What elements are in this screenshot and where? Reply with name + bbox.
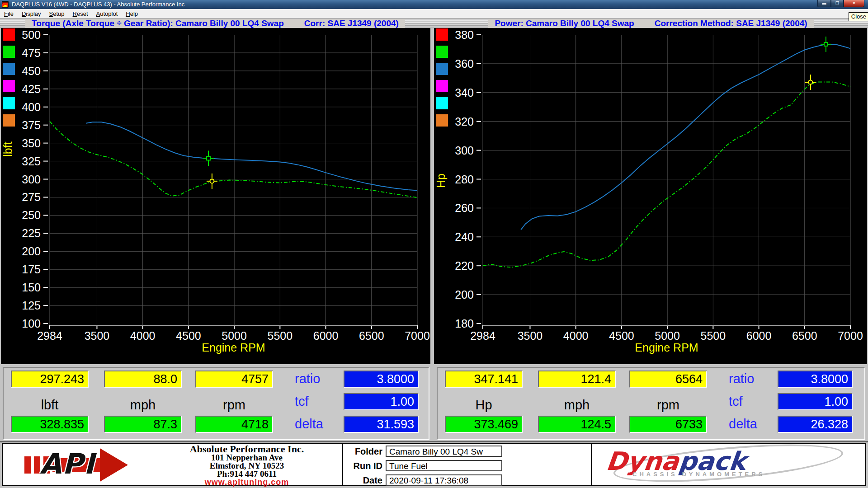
menu-setup[interactable]: Setup [45,10,69,17]
legend-swatch-4[interactable] [3,97,15,109]
window-controls: ▬ ❐ ✕ [817,0,864,7]
x-tick-label: 6000 [313,329,339,342]
legend-swatch-1[interactable] [436,46,448,58]
runid-label: Run ID [344,461,382,471]
menu-reset[interactable]: Reset [69,10,92,17]
y-tick-label: 200 [455,288,474,301]
power-unit-rpm: rpm [629,398,707,413]
y-tick-label: 340 [455,86,474,99]
legend-swatch-5[interactable] [436,114,448,127]
y-tick-label: 100 [22,317,41,330]
legend-swatch-4[interactable] [436,97,448,109]
y-tick-label: 300 [22,173,41,186]
y-tick-label: 250 [22,209,41,221]
menu-help[interactable]: Help [122,10,142,17]
dynapack-subtitle: CHASSIS DYNAMOMETERS [632,471,765,478]
x-tick-label: 7000 [838,329,863,342]
date-field[interactable]: 2020-09-11 17:36:08 [386,474,502,486]
x-tick-label: 7000 [405,329,430,342]
power-ratio-value: 3.8000 [778,371,853,388]
menu-file[interactable]: File [0,10,18,17]
y-tick-label: 275 [22,191,41,203]
title-bar: DAQPLUS V16 (4WD - DAQPLUS 43) - Absolut… [0,0,868,9]
company-name: Absolute Performance Inc. [152,444,342,454]
runid-field[interactable]: Tune Fuel [386,460,502,471]
torque-peak-rpm: 4718 [195,416,273,433]
y-tick-label: 360 [455,57,474,70]
power-chart[interactable]: 2984350040004500500055006000650070003803… [434,28,867,364]
cursor-marker-square[interactable] [203,150,214,166]
legend-swatch-5[interactable] [3,114,15,127]
power-cursor-mph: 121.4 [538,371,616,388]
torque-chart[interactable]: 2984350040004500500055006000650070005004… [1,28,430,364]
footer-band: API Absolute Performance Inc. 101 Nepper… [2,443,866,486]
y-tick-label: 260 [455,202,474,214]
y-tick-label: 400 [22,101,41,113]
x-tick-label: 2984 [470,329,495,342]
close-tooltip: Close [849,12,868,21]
torque-peak-lbft: 328.835 [11,416,89,433]
legend-swatch-2[interactable] [436,63,448,75]
folder-field[interactable]: Camaro Billy 00 LQ4 Sw [386,446,502,457]
torque-run-blue [86,122,417,190]
torque-chart-svg: 2984350040004500500055006000650070005004… [1,28,430,364]
company-website: www.apituning.com [152,478,342,486]
restore-button[interactable]: ❐ [831,0,844,7]
dynapack-logo: Dynapack CHASSIS DYNAMOMETERS [593,444,866,485]
torque-tcf-label: tcf [295,394,344,409]
y-tick-label: 380 [455,28,474,41]
x-tick-label: 5500 [701,329,726,342]
torque-chart-xaxis-title: Engine RPM [202,341,265,354]
x-tick-label: 6500 [792,329,817,342]
cursor-marker-square[interactable] [821,37,831,52]
legend-swatch-1[interactable] [3,46,15,58]
menu-autoplot[interactable]: Autoplot [92,10,122,17]
power-chart-header: Power: Camaro Billy 00 LQ4 Swap Correcti… [434,19,868,28]
window-title: DAQPLUS V16 (4WD - DAQPLUS 43) - Absolut… [12,1,184,8]
y-tick-label: 450 [22,65,41,77]
power-run-blue [521,44,850,230]
y-tick-label: 300 [455,144,474,157]
y-tick-label: 220 [455,259,474,272]
power-chart-svg: 2984350040004500500055006000650070003803… [434,28,867,364]
torque-chart-title: Torque (Axle Torque ÷ Gear Ratio): Camar… [32,19,284,28]
power-chart-xaxis-title: Engine RPM [635,341,698,354]
power-delta-label: delta [729,417,778,432]
power-unit-Hp: Hp [445,398,523,413]
legend-swatch-2[interactable] [3,63,15,75]
torque-cursor-lbft: 297.243 [11,371,89,388]
company-phone: Ph:914 447 0611 [152,470,342,478]
y-tick-label: 350 [22,137,41,150]
folder-label: Folder [344,446,382,457]
close-button[interactable]: ✕ [844,0,864,7]
power-ratio-label: ratio [729,371,778,386]
torque-cursor-mph: 88.0 [104,371,182,388]
run-info-fields: Folder Camaro Billy 00 LQ4 Sw Run ID Tun… [344,444,593,485]
x-tick-label: 5500 [268,329,293,342]
menu-display[interactable]: Display [18,10,45,17]
y-tick-label: 325 [22,155,41,168]
x-tick-label: 6500 [359,329,384,342]
legend-swatch-3[interactable] [3,80,15,92]
y-tick-label: 280 [455,173,474,186]
torque-peak-mph: 87.3 [104,416,182,433]
torque-unit-rpm: rpm [195,398,273,413]
footer-divider [0,441,868,442]
y-tick-label: 500 [22,28,41,41]
x-tick-label: 5000 [222,329,247,342]
minimize-button[interactable]: ▬ [817,0,831,7]
torque-cursor-rpm: 4757 [195,371,273,388]
cursor-marker-circle[interactable] [207,174,217,189]
x-tick-label: 4000 [563,329,589,342]
x-tick-label: 4000 [130,329,156,342]
app-window: DAQPLUS V16 (4WD - DAQPLUS 43) - Absolut… [0,0,868,488]
x-tick-label: 4500 [609,329,634,342]
legend-swatch-0[interactable] [3,28,15,41]
app-icon[interactable] [2,1,9,8]
legend-swatch-0[interactable] [436,28,448,41]
power-readout-panel: 347.141121.46564Hpmphrpm373.469124.56733… [437,367,865,440]
torque-delta-label: delta [295,417,344,432]
x-tick-label: 4500 [176,329,201,342]
legend-swatch-3[interactable] [436,80,448,92]
power-run-green [483,82,850,267]
